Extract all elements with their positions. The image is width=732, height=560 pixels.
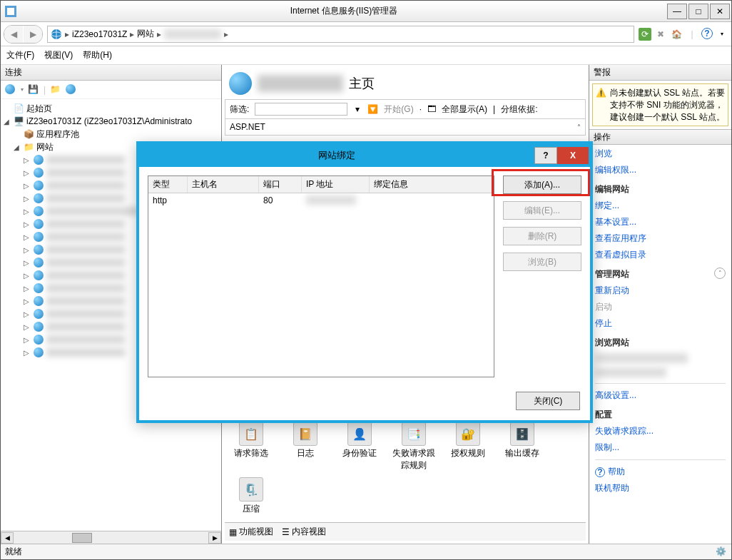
action-online-help[interactable]: 联机帮助	[595, 482, 726, 494]
dialog-help-button[interactable]: ?	[534, 147, 557, 164]
list-icon: ☰	[282, 527, 290, 537]
folder-icon[interactable]: 📁	[50, 84, 61, 96]
status-config-icon[interactable]: ⚙️	[716, 546, 727, 558]
nav-forward-button[interactable]: ▶	[24, 26, 42, 43]
dialog-side-buttons: 添加(A)... 编辑(E)... 删除(R) 浏览(B)	[503, 175, 581, 377]
action-edit-permissions[interactable]: 编辑权限...	[595, 164, 726, 176]
connections-toolbar: ▾ 💾 | 📁	[1, 81, 221, 99]
close-dialog-button[interactable]: 关闭(C)	[516, 392, 580, 410]
chevron-up-icon[interactable]: ˄	[577, 123, 581, 131]
action-view-vdirs[interactable]: 查看虚拟目录	[595, 249, 726, 261]
col-host[interactable]: 主机名	[188, 176, 259, 193]
breadcrumb[interactable]: ▸ iZ23eo17031Z ▸ 网站 ▸ ▸	[47, 26, 634, 43]
toolbar-sep: ▾	[21, 86, 24, 93]
tree-site-label	[46, 181, 125, 190]
binding-row[interactable]: http 80	[148, 193, 494, 209]
show-all-icon: 🗔	[427, 104, 436, 114]
show-all[interactable]: 全部显示(A)	[442, 103, 487, 116]
browse-link-blur[interactable]	[595, 353, 688, 363]
action-bindings[interactable]: 绑定...	[595, 200, 726, 212]
tree-app-pools[interactable]: 📦应用程序池	[2, 128, 220, 141]
left-scrollbar[interactable]: ◀ ▶	[1, 531, 221, 544]
cell-ip	[302, 193, 370, 209]
manage-site-label: 管理网站	[595, 268, 629, 280]
add-binding-button[interactable]: 添加(A)...	[503, 175, 581, 194]
help-dropdown-icon[interactable]: ▾	[716, 28, 728, 41]
dialog-close-button[interactable]: X	[557, 147, 589, 164]
feature-output-cache[interactable]: 🗄️输出缓存	[500, 422, 544, 472]
cell-port: 80	[259, 193, 302, 209]
tree-site-label	[46, 207, 139, 215]
menu-help[interactable]: 帮助(H)	[83, 49, 112, 61]
menu-view[interactable]: 视图(V)	[44, 49, 73, 61]
scroll-track[interactable]	[14, 532, 208, 544]
action-browse[interactable]: 浏览	[595, 148, 726, 160]
breadcrumb-sites[interactable]: 网站	[137, 28, 154, 40]
ssl-alert-text: 尚未创建默认 SSL 站点。若要支持不带 SNI 功能的浏览器，建议创建一个默认…	[610, 88, 725, 122]
separator: |	[493, 104, 495, 114]
site-globe-icon	[229, 72, 252, 95]
filter-input[interactable]	[255, 103, 347, 116]
stop-icon[interactable]: ✖	[654, 28, 667, 41]
remove-connection-icon[interactable]	[66, 84, 77, 96]
nav-back-button[interactable]: ◀	[4, 26, 23, 43]
category-aspnet[interactable]: ASP.NET ˄	[225, 118, 586, 136]
col-ip[interactable]: IP 地址	[302, 176, 370, 193]
refresh-icon[interactable]: ⟳	[639, 28, 651, 41]
home-icon[interactable]: 🏠	[670, 28, 683, 41]
col-port[interactable]: 端口	[259, 176, 302, 193]
minimize-button[interactable]: —	[667, 4, 687, 19]
feature-failed-request[interactable]: 📑失败请求跟踪规则	[392, 422, 436, 472]
filter-bar: 筛选: ▾ 🔽 开始(G) · 🗔 全部显示(A) | 分组依据:	[225, 99, 586, 118]
action-restart[interactable]: 重新启动	[595, 285, 726, 297]
save-icon[interactable]: 💾	[28, 84, 39, 96]
request-filtering-icon: 📋	[239, 422, 263, 446]
feature-request-filtering[interactable]: 📋请求筛选	[229, 422, 273, 472]
action-stop[interactable]: 停止	[595, 317, 726, 330]
action-limits[interactable]: 限制...	[595, 442, 726, 454]
features-view-tab[interactable]: ▦功能视图	[229, 526, 273, 538]
col-binding[interactable]: 绑定信息	[370, 176, 494, 193]
logging-icon: 📔	[293, 422, 317, 446]
section-browse-site: 浏览网站	[595, 337, 726, 349]
tree-site-label	[46, 194, 125, 203]
feature-authorization[interactable]: 🔐授权规则	[446, 422, 490, 472]
tree-site-label	[46, 284, 125, 292]
breadcrumb-site-name[interactable]	[164, 29, 221, 39]
action-failed-request-tracing[interactable]: 失败请求跟踪...	[595, 425, 726, 437]
filter-label: 筛选:	[230, 103, 249, 116]
feature-logging[interactable]: 📔日志	[283, 422, 327, 472]
action-start: 启动	[595, 301, 726, 313]
browse-link-blur[interactable]	[595, 367, 666, 377]
divider	[595, 383, 726, 384]
filter-start[interactable]: 开始(G)	[384, 103, 413, 116]
scroll-right-icon[interactable]: ▶	[208, 532, 221, 544]
tree-site-label	[46, 322, 125, 331]
filter-go-icon[interactable]: 🔽	[367, 104, 378, 114]
help-icon[interactable]: ?	[701, 28, 713, 39]
action-basic-settings[interactable]: 基本设置...	[595, 216, 726, 228]
maximize-button[interactable]: □	[688, 4, 708, 19]
alerts-header: 警报	[589, 65, 731, 81]
action-help[interactable]: ?帮助	[595, 466, 726, 478]
scroll-thumb[interactable]	[72, 533, 92, 543]
col-type[interactable]: 类型	[148, 176, 188, 193]
content-view-tab[interactable]: ☰内容视图	[282, 526, 326, 538]
connect-icon[interactable]	[5, 84, 16, 96]
cell-host	[188, 193, 259, 209]
chevron-up-icon[interactable]: ˄	[714, 268, 726, 279]
menu-file[interactable]: 文件(F)	[6, 49, 34, 61]
action-view-apps[interactable]: 查看应用程序	[595, 233, 726, 245]
feature-compression[interactable]: 🗜️压缩	[229, 477, 273, 515]
section-manage-site: 管理网站 ˄	[595, 265, 726, 280]
tree-server[interactable]: ◢🖥️iZ23eo17031Z (iZ23eo17031Z\Administra…	[2, 115, 220, 128]
feature-authentication[interactable]: 👤身份验证	[337, 422, 382, 472]
filter-dropdown-icon[interactable]: ▾	[353, 104, 362, 114]
scroll-left-icon[interactable]: ◀	[1, 532, 14, 544]
tree-start-page[interactable]: 📄起始页	[2, 102, 220, 115]
tree-label: 起始页	[26, 103, 52, 115]
close-button[interactable]: ✕	[710, 4, 730, 19]
ip-blur	[306, 195, 356, 205]
action-advanced-settings[interactable]: 高级设置...	[595, 390, 726, 402]
breadcrumb-server[interactable]: iZ23eo17031Z	[72, 29, 127, 39]
